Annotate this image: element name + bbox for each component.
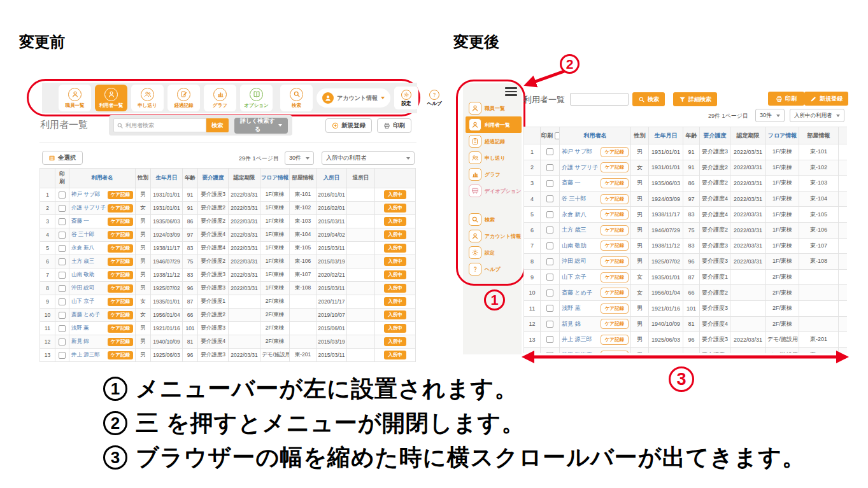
care-record-button[interactable]: ケア記録 bbox=[601, 147, 629, 157]
row-checkbox[interactable] bbox=[546, 242, 553, 249]
user-name-link[interactable]: 井上 源三郎 bbox=[562, 335, 592, 344]
user-name-link[interactable]: 山南 敬助 bbox=[562, 242, 587, 250]
row-checkbox[interactable] bbox=[546, 305, 553, 312]
care-record-button[interactable]: ケア記録 bbox=[601, 351, 629, 353]
care-record-button[interactable]: ケア記録 bbox=[601, 241, 629, 251]
row-checkbox[interactable] bbox=[59, 338, 66, 345]
user-name-link[interactable]: 斎藤 一 bbox=[562, 179, 581, 187]
user-name-link[interactable]: 山南 敬助 bbox=[71, 271, 94, 279]
row-checkbox[interactable] bbox=[546, 289, 553, 296]
menu-item-progress-record[interactable]: 経過記録 bbox=[167, 85, 200, 111]
row-checkbox[interactable] bbox=[59, 245, 66, 252]
user-name-link[interactable]: 土方 歳三 bbox=[71, 258, 94, 265]
before-advanced-search-button[interactable]: 詳しく検索する bbox=[234, 118, 288, 134]
user-name-link[interactable]: 沖田 総司 bbox=[71, 284, 94, 292]
care-record-button[interactable]: ケア記録 bbox=[601, 194, 629, 204]
before-search-button[interactable]: 検索 bbox=[206, 118, 229, 132]
menu-item-settings[interactable]: 設定 bbox=[394, 87, 418, 109]
user-name-link[interactable]: 谷 三十郎 bbox=[562, 195, 587, 203]
menu-item-graph[interactable]: グラフ bbox=[204, 85, 236, 111]
care-record-button[interactable]: ケア記録 bbox=[601, 225, 629, 235]
care-record-button[interactable]: ケア記録 bbox=[601, 335, 629, 345]
menu-item-search[interactable]: 検索 bbox=[280, 85, 313, 111]
user-name-link[interactable]: 斎藤 とめ子 bbox=[562, 289, 592, 297]
care-record-button[interactable]: ケア記録 bbox=[108, 338, 133, 346]
care-record-button[interactable]: ケア記録 bbox=[601, 162, 629, 172]
care-record-button[interactable]: ケア記録 bbox=[108, 298, 133, 306]
menu-item-option[interactable]: オプション bbox=[240, 85, 273, 111]
row-checkbox[interactable] bbox=[546, 336, 553, 343]
user-name-link[interactable]: 浅野 薫 bbox=[71, 324, 89, 332]
row-checkbox[interactable] bbox=[546, 211, 553, 218]
care-record-button[interactable]: ケア記録 bbox=[108, 311, 133, 319]
column-header[interactable]: 要介護度 bbox=[198, 169, 229, 188]
care-record-button[interactable]: ケア記録 bbox=[601, 256, 629, 267]
care-record-button[interactable]: ケア記録 bbox=[108, 204, 133, 213]
care-record-button[interactable]: ケア記録 bbox=[601, 288, 629, 298]
before-filter-select[interactable]: 入所中の利用者 bbox=[322, 151, 415, 165]
care-record-button[interactable]: ケア記録 bbox=[108, 191, 133, 199]
menu-item-handover[interactable]: 申し送り bbox=[131, 85, 164, 111]
user-name-link[interactable]: 介護 サプリ子 bbox=[71, 204, 106, 212]
column-header[interactable]: 生年月日 bbox=[649, 127, 683, 144]
care-record-button[interactable]: ケア記録 bbox=[601, 303, 629, 314]
column-header[interactable]: フロア情報 bbox=[260, 169, 290, 188]
row-checkbox[interactable] bbox=[59, 218, 66, 225]
care-record-button[interactable]: ケア記録 bbox=[108, 218, 133, 226]
before-register-button[interactable]: 新規登録 bbox=[325, 118, 372, 133]
after-table-scroll-area[interactable]: 印刷 利用者名性別生年月日年齢要介護度認定期限フロア情報部屋情報1神戸 サブ郎ケ… bbox=[523, 127, 847, 353]
row-checkbox[interactable] bbox=[546, 258, 553, 265]
menu-item-staff-list[interactable]: 職員一覧 bbox=[59, 85, 91, 111]
menu-item-help[interactable]: ヘルプ bbox=[422, 87, 446, 109]
before-print-button[interactable]: 印刷 bbox=[377, 118, 411, 133]
after-search-input[interactable] bbox=[570, 93, 629, 106]
user-name-link[interactable]: 井上 源三郎 bbox=[71, 351, 100, 359]
account-info-menu[interactable]: アカウント情報 bbox=[317, 88, 390, 108]
user-name-link[interactable]: 山下 京子 bbox=[562, 273, 587, 281]
select-all-button[interactable]: 全選択 bbox=[42, 151, 83, 165]
user-name-link[interactable]: 神戸 サブ郎 bbox=[562, 148, 592, 156]
column-header[interactable]: 利用者名 bbox=[69, 169, 136, 188]
user-name-link[interactable]: 沖田 総司 bbox=[562, 257, 587, 265]
user-name-link[interactable]: 浅野 薫 bbox=[562, 304, 581, 312]
care-record-button[interactable]: ケア記録 bbox=[601, 178, 629, 188]
row-checkbox[interactable] bbox=[546, 195, 553, 202]
after-register-button[interactable]: 新規登録 bbox=[804, 92, 848, 106]
user-name-link[interactable]: 永倉 新八 bbox=[71, 244, 94, 252]
after-advanced-search-button[interactable]: 詳細検索 bbox=[673, 92, 717, 106]
row-checkbox[interactable] bbox=[546, 148, 553, 155]
row-checkbox[interactable] bbox=[59, 192, 66, 199]
row-checkbox[interactable] bbox=[59, 205, 66, 212]
select-all-checkbox[interactable] bbox=[555, 132, 560, 139]
after-page-size-select[interactable]: 30件 bbox=[755, 109, 785, 122]
row-checkbox[interactable] bbox=[546, 274, 553, 281]
after-search-button[interactable]: 検索 bbox=[632, 92, 665, 106]
column-header[interactable]: フロア情報 bbox=[766, 127, 799, 144]
row-checkbox[interactable] bbox=[546, 352, 553, 353]
user-name-link[interactable]: 介護 サプリ子 bbox=[562, 164, 598, 172]
row-checkbox[interactable] bbox=[59, 298, 66, 305]
row-checkbox[interactable] bbox=[59, 232, 66, 239]
care-record-button[interactable]: ケア記録 bbox=[601, 209, 629, 220]
care-record-button[interactable]: ケア記録 bbox=[108, 324, 133, 333]
row-checkbox[interactable] bbox=[59, 272, 66, 279]
user-name-link[interactable]: 永倉 新八 bbox=[562, 211, 587, 219]
after-filter-select[interactable]: 入所中の利用者 bbox=[790, 109, 844, 122]
user-name-link[interactable]: 斎藤 一 bbox=[71, 218, 89, 225]
user-name-link[interactable]: 新見 錦 bbox=[562, 320, 581, 328]
user-name-link[interactable]: 山下 京子 bbox=[71, 298, 94, 305]
care-record-button[interactable]: ケア記録 bbox=[108, 271, 133, 279]
user-name-link[interactable]: 神戸 サブ郎 bbox=[71, 191, 100, 199]
row-checkbox[interactable] bbox=[59, 312, 66, 319]
care-record-button[interactable]: ケア記録 bbox=[108, 231, 133, 239]
row-checkbox[interactable] bbox=[59, 352, 66, 359]
column-header[interactable]: 要介護度 bbox=[700, 127, 730, 144]
care-record-button[interactable]: ケア記録 bbox=[108, 258, 133, 266]
before-page-size-select[interactable]: 30件 bbox=[285, 151, 314, 165]
care-record-button[interactable]: ケア記録 bbox=[601, 319, 629, 329]
row-checkbox[interactable] bbox=[546, 227, 553, 234]
row-checkbox[interactable] bbox=[546, 180, 553, 187]
user-name-link[interactable]: 武田 観柳斎 bbox=[562, 351, 592, 353]
care-record-button[interactable]: ケア記録 bbox=[108, 284, 133, 293]
row-checkbox[interactable] bbox=[546, 164, 553, 171]
